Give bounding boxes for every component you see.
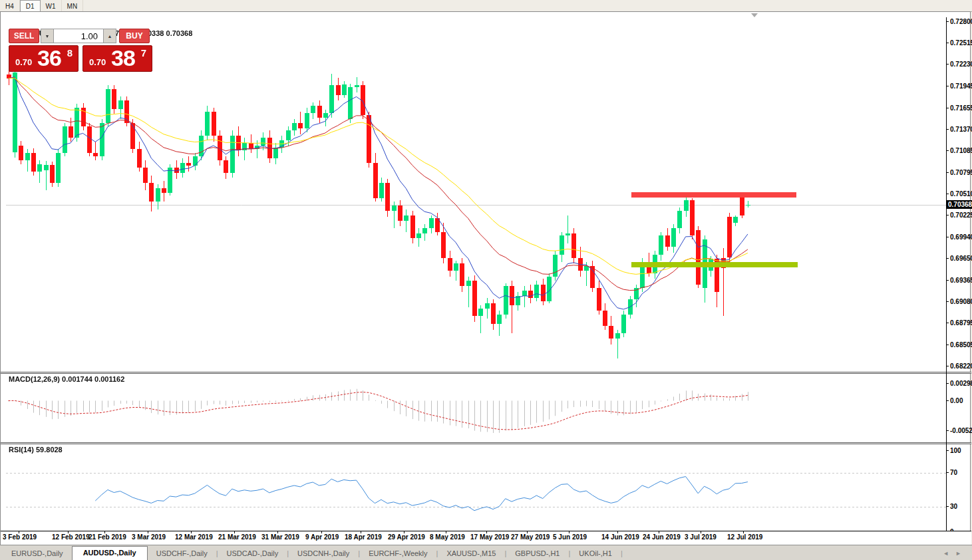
rsi-chart-canvas[interactable] [6,444,946,531]
price-axis-label: 0.71370 [947,126,972,134]
time-axis-label: 27 May 2019 [511,533,550,541]
timeframe-button-d1[interactable]: D1 [20,0,41,11]
rsi-axis-label: 100 [947,447,972,455]
buy-price-panel[interactable]: 0.70 38 7 [82,45,152,72]
volume-increase-button[interactable]: ▲ [103,29,116,43]
macd-indicator-label: MACD(12,26,9) 0.001744 0.001162 [9,375,124,383]
time-axis-label: 29 Apr 2019 [388,533,425,541]
time-axis-label: 12 Mar 2019 [175,533,213,541]
chart-tab-usdcnh[interactable]: USDCNH-,Daily [289,547,358,560]
chart-shift-marker-icon[interactable] [751,13,758,17]
volume-input[interactable] [54,29,103,43]
chart-tab-usdchf[interactable]: USDCHF-,Daily [148,547,216,560]
price-axis-label: 0.68220 [947,362,972,370]
macd-signal-value: 0.001162 [94,375,124,383]
time-axis-label: 9 Apr 2019 [305,533,339,541]
price-axis-label: 0.72515 [947,39,972,47]
price-axis[interactable]: 0.728000.725150.722300.719450.716550.713… [946,17,971,544]
macd-axis-label: -0.005256 [947,427,972,435]
price-axis-label: 0.68505 [947,341,972,349]
chart-tab-eurchf[interactable]: EURCHF-,Weekly [360,547,436,560]
spinner-up-icon: ▲ [108,34,112,39]
price-axis-label: 0.69365 [947,277,972,285]
sell-price-prefix: 0.70 [15,57,32,67]
time-axis-label: 12 Feb 2019 [52,533,90,541]
time-axis[interactable]: 3 Feb 201912 Feb 201921 Feb 20193 Mar 20… [1,531,971,545]
buy-price-point: 7 [141,47,146,59]
macd-chart-canvas[interactable] [6,374,946,442]
time-axis-label: 24 Jun 2019 [643,533,681,541]
rsi-axis-label: 30 [947,503,972,511]
buy-price-pips: 38 [111,45,135,71]
time-axis-label: 3 Jul 2019 [685,533,717,541]
spinner-down-icon: ▼ [45,34,50,39]
macd-name: MACD(12,26,9) [9,375,60,383]
buy-button[interactable]: BUY [119,29,150,43]
time-axis-label: 3 Feb 2019 [3,533,37,541]
macd-main-value: 0.001744 [62,375,92,383]
time-axis-label: 3 Mar 2019 [132,533,166,541]
macd-axis-label: 0.002984 [947,380,972,388]
chart-tab-bar: EURUSD-,DailyAUDUSD-,DailyUSDCHF-,Daily|… [0,545,972,560]
time-axis-label: 31 Mar 2019 [261,533,299,541]
price-axis-label: 0.69080 [947,298,972,306]
time-axis-label: 21 Feb 2019 [88,533,126,541]
chart-tab-ukoil[interactable]: UKOil-,H1 [570,547,621,560]
chart-tab-xauusd[interactable]: XAUUSD-,M15 [438,547,504,560]
mt4-terminal: H4D1W1MN AUDUSD-,Daily 0.70373 0.70419 0… [0,0,972,560]
price-axis-label: 0.71085 [947,147,972,155]
sell-price-point: 8 [67,47,73,59]
rsi-name: RSI(14) [9,446,34,454]
price-axis-label: 0.70225 [947,211,972,219]
price-axis-label: 0.70795 [947,169,972,177]
chart-tab-eurusd[interactable]: EURUSD-,Daily [3,547,72,560]
time-axis-label: 5 Jun 2019 [553,533,587,541]
rsi-axis-label: 70 [947,469,972,477]
price-axis-label: 0.70510 [947,190,972,198]
time-axis-label: 12 Jul 2019 [727,533,762,541]
buy-price-prefix: 0.70 [89,57,106,67]
chart-tab-gbpusd[interactable]: GBPUSD-,H1 [506,547,568,560]
current-price-tag: 0.70368 [947,200,972,209]
timeframe-toolbar: H4D1W1MN [0,0,972,12]
price-axis-label: 0.71655 [947,104,972,112]
time-axis-label: 17 May 2019 [470,533,509,541]
price-axis-label: 0.72800 [947,18,972,26]
rsi-value: 59.8028 [36,446,63,454]
price-axis-label: 0.69940 [947,233,972,241]
one-click-trading-widget: SELL ▼ ▲ BUY 0.70 36 8 0.70 38 7 [9,29,152,72]
sell-button[interactable]: SELL [9,29,39,43]
volume-decrease-button[interactable]: ▼ [41,29,54,43]
sell-price-pips: 36 [37,45,61,71]
chart-tab-usdcad[interactable]: USDCAD-,Daily [218,547,287,560]
price-axis-label: 0.69650 [947,255,972,263]
time-axis-label: 8 May 2019 [430,533,465,541]
timeframe-button-mn[interactable]: MN [62,0,84,11]
time-axis-label: 21 Mar 2019 [218,533,256,541]
chart-window: AUDUSD-,Daily 0.70373 0.70419 0.70338 0.… [0,11,971,545]
price-axis-label: 0.71945 [947,82,972,90]
tab-scroll-arrows[interactable]: ◄► [943,550,968,557]
macd-axis-label: 0.00 [947,397,972,405]
timeframe-button-w1[interactable]: W1 [41,0,62,11]
time-axis-label: 18 Apr 2019 [345,533,382,541]
price-axis-label: 0.68795 [947,319,972,327]
sell-price-panel[interactable]: 0.70 36 8 [9,45,79,72]
timeframe-button-h4[interactable]: H4 [0,0,20,11]
time-axis-label: 14 Jun 2019 [601,533,639,541]
tab-separator: | [621,549,623,560]
price-axis-label: 0.72230 [947,61,972,69]
chart-tab-audusd[interactable]: AUDUSD-,Daily [72,546,148,560]
rsi-indicator-label: RSI(14) 59.8028 [9,446,63,454]
